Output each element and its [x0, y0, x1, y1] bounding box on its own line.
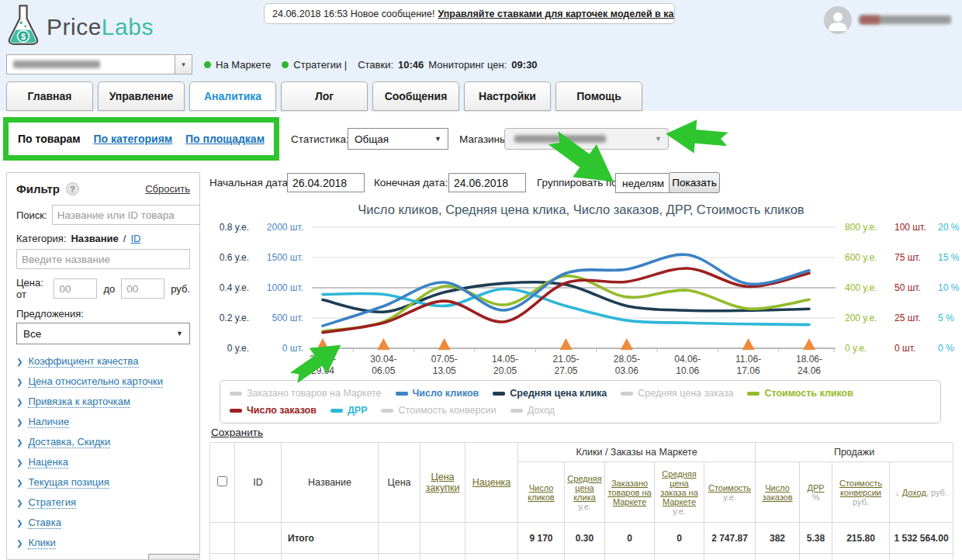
axis-tick-label: 400 у.е. — [845, 282, 888, 294]
tab-3[interactable]: Аналитика — [189, 81, 276, 111]
filter-link-4[interactable]: Наличие — [28, 416, 69, 428]
col-conversion-cost[interactable]: Стоимость конверсиируб. — [832, 462, 890, 523]
start-date-label: Начальная дата: — [209, 177, 291, 188]
col-name: Название — [282, 443, 379, 523]
chevron-right-icon: ❯ — [16, 398, 22, 406]
end-date-label: Конечная дата: — [374, 177, 448, 188]
start-date-input[interactable] — [287, 173, 365, 192]
legend-label: Стоимость кликов — [764, 385, 853, 401]
col-avg-click-price[interactable]: Средняя цена кликау.е. — [565, 462, 605, 523]
subnav-links: По товарамПо категориямПо площадкам — [18, 133, 265, 145]
filter-link-10[interactable]: Клики — [28, 537, 55, 549]
tab-2[interactable]: Управление — [98, 81, 185, 111]
col-orders[interactable]: Число заказов — [756, 462, 800, 523]
col-purchase-price[interactable]: Цена закупки — [420, 443, 465, 523]
monitoring-label: Мониторинг цен: — [428, 59, 507, 71]
axis-tick-label: 0.4 у.е. — [212, 282, 249, 294]
tab-6[interactable]: Настройки — [464, 81, 551, 111]
select-all-cell — [210, 443, 235, 523]
save-link[interactable]: Сохранить — [211, 427, 263, 438]
notification-text: 24.06.2018 16:53 Новое сообщение! — [272, 9, 435, 19]
legend-item-4[interactable]: Средняя цена заказа — [621, 385, 733, 401]
col-markup[interactable]: Наценка — [465, 443, 518, 523]
chevron-right-icon: ❯ — [16, 378, 22, 386]
legend-item-2[interactable]: Число кликов — [396, 385, 479, 401]
x-axis-label: 07.05-13.05 — [414, 354, 476, 377]
subnav-link-1[interactable]: По товарам — [18, 133, 81, 145]
subnav-link-2[interactable]: По категориям — [93, 133, 172, 145]
legend-item-3[interactable]: Средняя цена клика — [493, 385, 607, 401]
legend-item-9[interactable]: Доход — [510, 403, 555, 418]
tab-4[interactable]: Лог — [281, 81, 368, 111]
statistics-select[interactable]: Общая ▼ — [348, 128, 448, 150]
filter-panel: Фильтр ? Сбросить Поиск: Категория: Назв… — [6, 172, 200, 560]
filter-link-row: ❯Стратегия — [16, 496, 190, 509]
price-from-input[interactable] — [54, 278, 97, 299]
group-clicks-orders: Клики / Заказы на Маркете — [518, 443, 756, 462]
category-name-input[interactable] — [16, 249, 190, 269]
group-sales: Продажи — [756, 443, 953, 462]
filter-show-button-partial[interactable] — [148, 554, 200, 559]
col-avg-order-price[interactable]: Средняя цена заказа на Маркетеу.е. — [655, 462, 704, 523]
subnav-highlight-box: По товарамПо категориямПо площадкам — [3, 117, 279, 161]
legend-item-8[interactable]: Стоимость конверсии — [381, 403, 496, 418]
blurred-text — [860, 16, 880, 24]
legend-dash-icon — [396, 392, 408, 396]
user-name-blurred[interactable] — [860, 16, 951, 24]
axis-tick-label: 20 % — [938, 221, 962, 233]
marker-triangle-icon — [560, 338, 573, 350]
filter-link-9[interactable]: Ставка — [28, 517, 61, 529]
axis-tick-label: 0 у.е. — [845, 342, 888, 354]
end-date-input[interactable] — [448, 173, 526, 192]
legend-item-5[interactable]: Стоимость кликов — [747, 385, 853, 401]
tab-1[interactable]: Главная — [6, 81, 93, 111]
chart-plot — [312, 223, 836, 355]
filter-title: Фильтр — [16, 182, 60, 195]
filter-link-3[interactable]: Привязка к карточкам — [28, 396, 130, 408]
filter-link-6[interactable]: Наценка — [28, 456, 68, 468]
category-by-id-link[interactable]: ID — [130, 233, 140, 244]
filter-link-8[interactable]: Стратегия — [28, 496, 76, 509]
price-to-input[interactable] — [121, 278, 164, 299]
legend-label: Число кликов — [413, 385, 479, 401]
filter-link-row: ❯Коэффициент качества — [16, 355, 190, 368]
search-input[interactable] — [52, 205, 200, 225]
select-all-checkbox[interactable] — [217, 476, 227, 486]
x-axis-label: 21.05-27.05 — [535, 354, 597, 377]
filter-link-row: ❯Наценка — [16, 456, 190, 468]
col-cost[interactable]: Стоимостьу.е. — [704, 462, 756, 523]
shop-selector-dropdown[interactable]: ▼ — [6, 54, 192, 74]
filter-link-11[interactable]: Заказы — [28, 557, 61, 560]
legend-item-6[interactable]: Число заказов — [230, 403, 317, 418]
chevron-down-icon[interactable]: ▼ — [175, 55, 192, 74]
offers-select[interactable]: Все ▼ — [16, 323, 190, 344]
chevron-right-icon: ❯ — [16, 418, 22, 427]
marker-triangle-icon — [621, 338, 633, 350]
totals-orders: 382 — [756, 523, 800, 554]
show-button[interactable]: Показать — [669, 172, 720, 193]
user-avatar[interactable] — [824, 6, 852, 34]
filter-link-2[interactable]: Цена относительно карточки — [28, 375, 163, 388]
legend-label: Доход — [528, 403, 555, 418]
axis-tick-label: 500 шт. — [255, 312, 303, 324]
marker-triangle-icon — [742, 338, 755, 350]
filter-link-7[interactable]: Текущая позиция — [28, 476, 109, 489]
category-by-name[interactable]: Название — [71, 233, 118, 244]
col-income[interactable]: ↓ Доход, руб. — [890, 462, 953, 523]
tab-5[interactable]: Сообщения — [372, 81, 459, 111]
status-bar: На Маркете Стратегии | Ставки: 10:46 Мон… — [204, 59, 538, 71]
filter-reset-link[interactable]: Сбросить — [145, 183, 190, 195]
col-clicks[interactable]: Число кликов — [518, 462, 565, 523]
subnav-link-3[interactable]: По площадкам — [185, 133, 265, 145]
axis-tick-label: 25 шт. — [895, 312, 932, 324]
filter-link-1[interactable]: Коэффициент качества — [28, 355, 138, 368]
filter-link-5[interactable]: Доставка, Скидки — [28, 436, 110, 448]
legend-dash-icon — [230, 392, 242, 396]
col-ordered-on-market[interactable]: Заказано товаров на Маркете — [605, 462, 655, 523]
legend-item-7[interactable]: ДРР — [330, 403, 368, 418]
tab-7[interactable]: Помощь — [555, 81, 642, 111]
notification-link[interactable]: Управляйте ставками для карточек моделей… — [438, 9, 675, 19]
col-drr[interactable]: ДРР% — [800, 462, 832, 523]
annotation-arrow-shops — [664, 117, 729, 157]
help-icon[interactable]: ? — [66, 182, 79, 195]
